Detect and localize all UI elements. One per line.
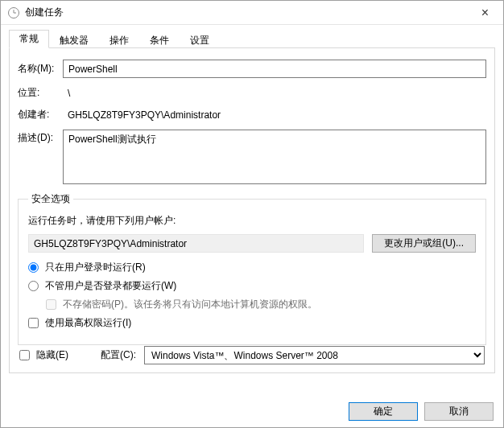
app-icon xyxy=(7,6,20,19)
radio-run-any[interactable] xyxy=(28,281,39,291)
tab-general[interactable]: 常规 xyxy=(9,30,49,48)
checkbox-highest-privileges[interactable] xyxy=(28,318,39,328)
tab-actions[interactable]: 操作 xyxy=(99,31,139,48)
checkbox-highest-privileges-label: 使用最高权限运行(I) xyxy=(45,316,131,330)
ok-button[interactable]: 确定 xyxy=(349,402,418,421)
author-label: 创建者: xyxy=(18,108,63,121)
author-value: GH5LQZ8T9FY3PQY\Administrator xyxy=(63,109,486,121)
location-label: 位置: xyxy=(18,86,63,100)
cancel-button-label: 取消 xyxy=(449,405,469,418)
radio-run-logged-on[interactable] xyxy=(28,262,39,273)
checkbox-no-store-password-label: 不存储密码(P)。该任务将只有访问本地计算机资源的权限。 xyxy=(63,298,317,311)
checkbox-no-store-password xyxy=(46,299,56,310)
tab-conditions-label: 条件 xyxy=(150,34,169,47)
description-input[interactable] xyxy=(63,130,486,184)
name-label: 名称(M): xyxy=(18,62,63,76)
tab-triggers[interactable]: 触发器 xyxy=(49,31,99,48)
radio-run-logged-on-label: 只在用户登录时运行(R) xyxy=(45,261,146,274)
security-options-group: 安全选项 运行任务时，请使用下列用户帐户: GH5LQZ8T9FY3PQY\Ad… xyxy=(18,192,486,345)
run-as-prompt: 运行任务时，请使用下列用户帐户: xyxy=(28,214,476,228)
tab-strip: 常规 触发器 操作 条件 设置 xyxy=(9,30,495,48)
change-user-button-label: 更改用户或组(U)... xyxy=(384,237,464,250)
checkbox-hidden[interactable] xyxy=(19,350,30,360)
description-label: 描述(D): xyxy=(18,130,63,145)
change-user-button[interactable]: 更改用户或组(U)... xyxy=(372,234,476,253)
configure-for-select[interactable]: Windows Vista™、Windows Server™ 2008 xyxy=(144,346,485,364)
window-title: 创建任务 xyxy=(25,6,64,19)
cancel-button[interactable]: 取消 xyxy=(424,402,494,421)
location-value: \ xyxy=(63,88,486,99)
tab-triggers-label: 触发器 xyxy=(60,34,89,47)
security-options-legend: 安全选项 xyxy=(28,192,73,206)
name-input[interactable] xyxy=(63,60,486,78)
titlebar: 创建任务 × xyxy=(1,1,503,25)
tab-conditions[interactable]: 条件 xyxy=(139,31,180,48)
run-as-account-value: GH5LQZ8T9FY3PQY\Administrator xyxy=(34,238,187,249)
radio-run-any-label: 不管用户是否登录都要运行(W) xyxy=(45,279,176,293)
checkbox-hidden-label: 隐藏(E) xyxy=(36,348,68,362)
tab-actions-label: 操作 xyxy=(109,34,129,47)
ok-button-label: 确定 xyxy=(374,405,393,418)
configure-for-label: 配置(C): xyxy=(101,348,136,362)
run-as-account-display: GH5LQZ8T9FY3PQY\Administrator xyxy=(28,234,364,253)
tab-settings-label: 设置 xyxy=(190,34,209,47)
close-icon: × xyxy=(481,6,489,20)
tab-settings[interactable]: 设置 xyxy=(180,31,220,48)
tab-page-general: 名称(M): 位置: \ 创建者: GH5LQZ8T9FY3PQY\Admini… xyxy=(9,48,495,373)
tab-general-label: 常规 xyxy=(19,32,39,46)
close-button[interactable]: × xyxy=(467,1,503,25)
